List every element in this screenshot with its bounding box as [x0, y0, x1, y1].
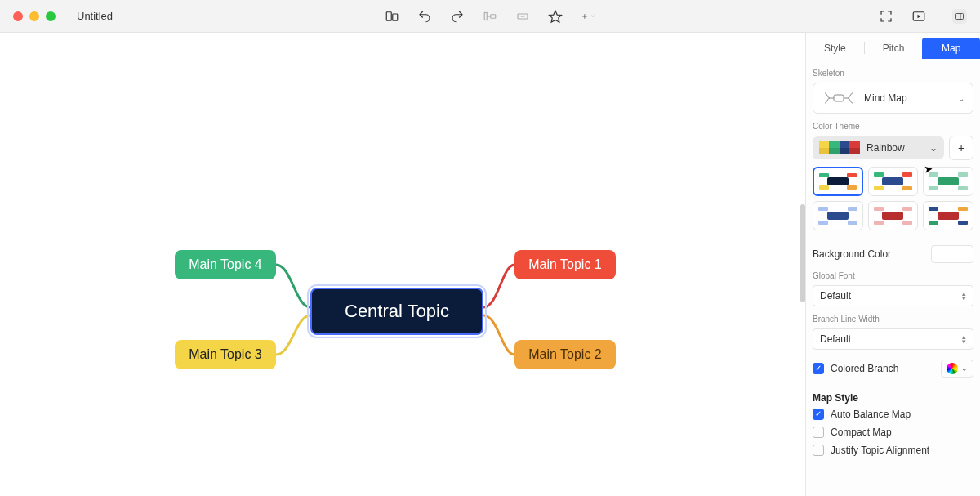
svg-rect-11: [956, 13, 964, 19]
bgcolor-label: Background Color: [813, 248, 891, 260]
svg-marker-6: [550, 11, 562, 22]
maximize-window-button[interactable]: [46, 11, 56, 21]
svg-rect-0: [386, 11, 391, 20]
favorite-icon[interactable]: [548, 9, 563, 24]
svg-rect-2: [484, 12, 487, 20]
mapstyle-heading: Map Style: [813, 392, 973, 404]
undo-icon[interactable]: [417, 9, 432, 24]
colortheme-value: Rainbow: [866, 142, 905, 154]
tab-map[interactable]: Map: [922, 38, 980, 59]
branchwidth-value: Default: [820, 333, 851, 345]
fullscreen-icon[interactable]: [879, 9, 893, 24]
panel-tabs: Style Pitch Map: [806, 36, 980, 60]
colored-branch-checkbox[interactable]: [813, 363, 824, 374]
titlebar: Untitled: [0, 0, 980, 33]
tab-style[interactable]: Style: [806, 38, 864, 59]
branchwidth-select[interactable]: Default ▴▾: [813, 328, 973, 350]
close-window-button[interactable]: [13, 11, 23, 21]
updown-icon: ▴▾: [962, 291, 966, 301]
svg-rect-3: [491, 14, 496, 18]
insert-subtopic-icon[interactable]: [515, 9, 530, 24]
branch-color-picker[interactable]: ⌄: [941, 360, 973, 378]
svg-rect-1: [393, 14, 398, 20]
skeleton-select[interactable]: Mind Map ⌄: [813, 83, 973, 114]
theme-preset-1[interactable]: [813, 167, 863, 196]
rainbow-swatch-icon: [819, 141, 860, 154]
theme-preset-3[interactable]: [923, 167, 973, 196]
autobalance-label: Auto Balance Map: [831, 409, 911, 420]
tab-pitch[interactable]: Pitch: [865, 38, 923, 59]
document-title: Untitled: [77, 10, 113, 22]
mindmap-canvas[interactable]: Central Topic Main Topic 1 Main Topic 2 …: [0, 33, 805, 496]
justify-label: Justify Topic Alignment: [831, 445, 929, 456]
theme-preset-grid: [813, 167, 973, 230]
branchwidth-label: Branch Line Width: [813, 315, 973, 324]
toolbar-center: [385, 9, 595, 24]
svg-rect-13: [834, 95, 844, 101]
chevron-down-icon: ⌄: [958, 94, 964, 103]
theme-preset-6[interactable]: [923, 201, 973, 230]
compact-label: Compact Map: [831, 427, 892, 438]
panel-toggle-icon[interactable]: [952, 9, 967, 24]
chevron-down-icon: ⌄: [929, 142, 938, 154]
skeleton-label: Skeleton: [813, 69, 973, 78]
central-topic-node[interactable]: Central Topic: [310, 288, 483, 335]
chevron-down-icon: ⌄: [961, 364, 968, 373]
updown-icon: ▴▾: [962, 334, 966, 344]
bgcolor-picker[interactable]: [931, 245, 973, 263]
format-sidepanel: Style Pitch Map Skeleton Mind Map ⌄ Colo…: [805, 33, 980, 496]
compact-checkbox[interactable]: [813, 427, 824, 438]
theme-preset-4[interactable]: [813, 201, 863, 230]
add-theme-button[interactable]: +: [949, 136, 973, 160]
justify-checkbox[interactable]: [813, 445, 824, 456]
globalfont-select[interactable]: Default ▴▾: [813, 285, 973, 306]
colorwheel-icon: [947, 363, 958, 374]
canvas-scrollbar[interactable]: [800, 49, 805, 474]
svg-marker-10: [918, 14, 921, 18]
theme-preset-2[interactable]: [868, 167, 919, 196]
globalfont-value: Default: [820, 290, 851, 302]
globalfont-label: Global Font: [813, 271, 973, 280]
presentation-icon[interactable]: [911, 9, 926, 24]
outline-toggle-icon[interactable]: [385, 9, 399, 24]
window-controls: [13, 11, 56, 21]
mindmap-structure-icon: [822, 90, 856, 106]
insert-topic-icon[interactable]: [483, 9, 497, 24]
autobalance-checkbox[interactable]: [813, 409, 824, 420]
topic-node-4[interactable]: Main Topic 4: [175, 250, 276, 279]
theme-preset-5[interactable]: [868, 201, 919, 230]
skeleton-value: Mind Map: [864, 92, 907, 104]
topic-node-2[interactable]: Main Topic 2: [514, 340, 616, 369]
add-menu-icon[interactable]: [581, 9, 595, 24]
colortheme-select[interactable]: Rainbow ⌄: [813, 136, 944, 159]
colortheme-label: Color Theme: [813, 122, 973, 131]
topic-node-1[interactable]: Main Topic 1: [514, 250, 616, 279]
redo-icon[interactable]: [450, 9, 465, 24]
toolbar-right: [879, 9, 967, 24]
minimize-window-button[interactable]: [29, 11, 39, 21]
colored-branch-label: Colored Branch: [831, 363, 898, 374]
topic-node-3[interactable]: Main Topic 3: [175, 340, 276, 369]
